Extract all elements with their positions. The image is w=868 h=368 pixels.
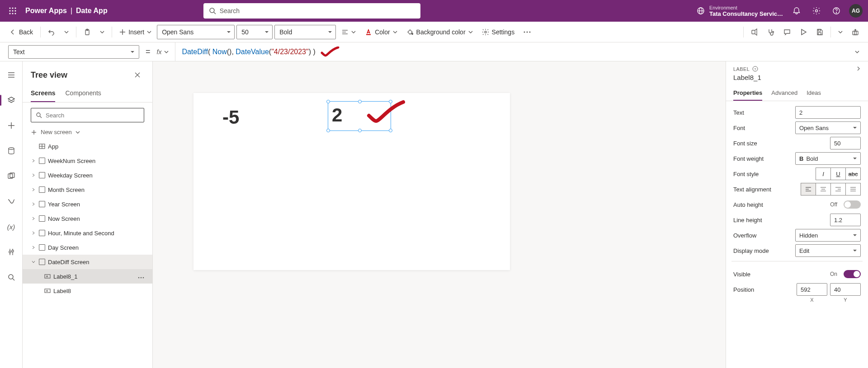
rail-variables[interactable]: (x) bbox=[3, 219, 19, 235]
align-right-button[interactable] bbox=[830, 183, 846, 196]
fx-button[interactable]: fx bbox=[157, 42, 176, 61]
strikethrough-button[interactable]: abc bbox=[845, 168, 861, 180]
font-weight-select[interactable]: Bold bbox=[274, 25, 336, 39]
settings-button[interactable]: Settings bbox=[478, 25, 519, 39]
color-button[interactable]: Color bbox=[361, 25, 401, 39]
node-more-button[interactable] bbox=[135, 273, 147, 280]
prop-overflow-select[interactable]: Hidden bbox=[795, 229, 861, 242]
tree-node-screen[interactable]: Now Screen bbox=[23, 211, 152, 226]
rail-flows[interactable] bbox=[3, 193, 19, 210]
background-color-button[interactable]: Background color bbox=[403, 25, 476, 39]
save-button[interactable] bbox=[812, 25, 827, 39]
tree-node-screen[interactable]: Month Screen bbox=[23, 182, 152, 197]
tree-node-screen[interactable]: Year Screen bbox=[23, 197, 152, 211]
underline-button[interactable]: U bbox=[830, 168, 846, 180]
publish-menu[interactable] bbox=[835, 25, 846, 39]
tab-screens[interactable]: Screens bbox=[31, 86, 55, 102]
tree-node-app[interactable]: App bbox=[23, 139, 152, 154]
publish-button[interactable] bbox=[848, 25, 863, 39]
rail-insert[interactable] bbox=[3, 117, 19, 134]
resize-handle[interactable] bbox=[326, 129, 330, 132]
paste-menu[interactable] bbox=[96, 25, 108, 39]
props-expand-button[interactable] bbox=[856, 66, 861, 72]
clipboard-icon bbox=[84, 28, 91, 36]
tree-node-label-selected[interactable]: Label8_1 bbox=[23, 269, 152, 284]
undo-menu[interactable] bbox=[61, 25, 72, 39]
prop-lineheight-input[interactable]: 1.2 bbox=[830, 214, 861, 226]
resize-handle[interactable] bbox=[326, 100, 330, 103]
header-search[interactable]: Search bbox=[203, 3, 420, 19]
resize-handle[interactable] bbox=[358, 100, 362, 103]
prop-fontsize-input[interactable]: 50 bbox=[830, 137, 861, 149]
prop-font-select[interactable]: Open Sans bbox=[795, 121, 861, 134]
tree-search-input[interactable] bbox=[46, 112, 139, 119]
tree-node-label-control[interactable]: Label8 bbox=[23, 284, 152, 298]
formula-input[interactable]: DateDiff( Now(), DateValue("4/23/2023") … bbox=[182, 47, 340, 57]
tok-datediff: DateDiff bbox=[182, 48, 208, 56]
prop-text-input[interactable]: 2 bbox=[795, 106, 861, 119]
preview-button[interactable] bbox=[796, 25, 811, 39]
visible-toggle[interactable] bbox=[844, 270, 861, 278]
resize-handle[interactable] bbox=[389, 129, 392, 132]
rail-tree-view[interactable] bbox=[3, 92, 19, 108]
paste-button[interactable] bbox=[80, 25, 94, 39]
undo-button[interactable] bbox=[44, 25, 59, 39]
prop-label: Auto height bbox=[733, 201, 826, 208]
comments-button[interactable] bbox=[780, 25, 794, 39]
chevron-down-icon bbox=[147, 30, 151, 34]
chevron-right-icon bbox=[32, 188, 35, 191]
rail-hamburger[interactable] bbox=[3, 67, 19, 83]
align-button[interactable] bbox=[338, 25, 359, 39]
tree-close-button[interactable] bbox=[131, 68, 144, 82]
notifications-icon[interactable] bbox=[787, 0, 807, 22]
share-button[interactable] bbox=[747, 25, 762, 39]
font-family-select[interactable]: Open Sans bbox=[157, 25, 235, 39]
tab-components[interactable]: Components bbox=[65, 86, 101, 102]
insert-button[interactable]: Insert bbox=[116, 25, 155, 39]
fx-label: fx bbox=[157, 48, 162, 56]
rail-data[interactable] bbox=[3, 143, 19, 159]
props-tab-properties[interactable]: Properties bbox=[733, 87, 762, 101]
checker-button[interactable] bbox=[764, 25, 778, 39]
tree-node-label: Month Screen bbox=[48, 186, 85, 193]
formula-expand-button[interactable] bbox=[851, 45, 863, 59]
tree-node-screen[interactable]: Weekday Screen bbox=[23, 168, 152, 182]
prop-fontweight-select[interactable]: BBold bbox=[795, 152, 861, 165]
rail-tools[interactable] bbox=[3, 244, 19, 260]
font-size-input[interactable]: 50 bbox=[236, 25, 273, 39]
tree-node-screen[interactable]: Day Screen bbox=[23, 240, 152, 255]
rail-media[interactable] bbox=[3, 168, 19, 184]
property-dropdown[interactable]: Text bbox=[8, 45, 139, 59]
italic-button[interactable]: I bbox=[816, 168, 831, 180]
environment-picker[interactable]: Environment Tata Consultancy Servic… bbox=[697, 5, 783, 17]
search-placeholder: Search bbox=[220, 7, 240, 14]
more-button[interactable] bbox=[520, 25, 534, 39]
align-left-button[interactable] bbox=[801, 183, 816, 196]
props-tab-advanced[interactable]: Advanced bbox=[771, 87, 797, 101]
prop-position-x[interactable]: 592 bbox=[797, 283, 827, 296]
prop-position-y[interactable]: 40 bbox=[830, 283, 861, 296]
tree-node-screen-expanded[interactable]: DateDiff Screen bbox=[23, 255, 152, 269]
resize-handle[interactable] bbox=[358, 129, 362, 132]
help-icon[interactable] bbox=[826, 0, 846, 22]
rail-search[interactable] bbox=[3, 269, 19, 285]
tok: ) bbox=[311, 48, 316, 56]
prop-displaymode-select[interactable]: Edit bbox=[795, 244, 861, 257]
back-button[interactable]: Back bbox=[5, 25, 37, 39]
waffle-icon[interactable] bbox=[5, 4, 20, 18]
tree-search[interactable] bbox=[31, 108, 144, 122]
font-weight-value: Bold bbox=[279, 28, 292, 36]
avatar[interactable]: AG bbox=[849, 4, 863, 18]
canvas-label-a[interactable]: -5 bbox=[222, 107, 239, 128]
align-center-button[interactable] bbox=[816, 183, 831, 196]
tree-node-screen[interactable]: WeekNum Screen bbox=[23, 154, 152, 168]
props-tab-ideas[interactable]: Ideas bbox=[807, 87, 821, 101]
info-icon[interactable]: ? bbox=[752, 66, 758, 72]
canvas-screen[interactable]: -5 2 bbox=[193, 93, 510, 270]
tree-node-screen[interactable]: Hour, Minute and Second bbox=[23, 226, 152, 240]
autoheight-toggle[interactable] bbox=[844, 200, 861, 209]
new-screen-button[interactable]: New screen bbox=[23, 125, 152, 139]
settings-icon[interactable] bbox=[807, 0, 826, 22]
align-justify-button[interactable] bbox=[845, 183, 861, 196]
canvas-area[interactable]: -5 2 bbox=[153, 61, 726, 368]
